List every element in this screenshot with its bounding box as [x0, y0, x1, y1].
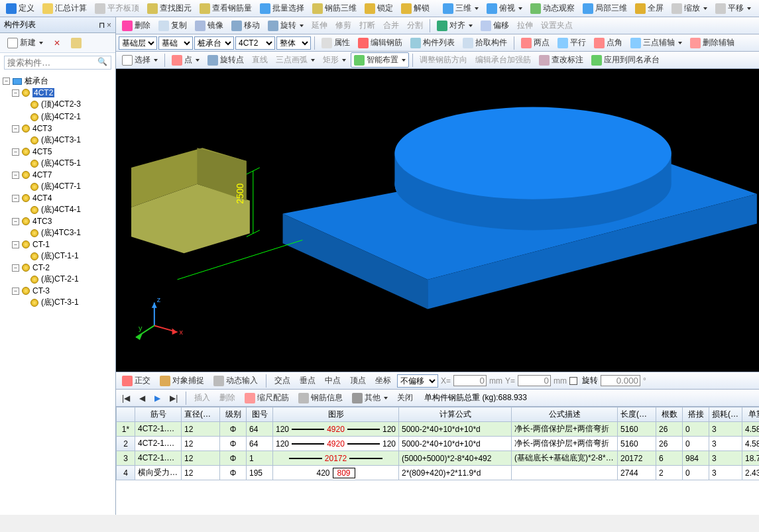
new-member-button[interactable]: 新建 — [4, 35, 46, 50]
column-header[interactable]: 搭接 — [683, 407, 709, 422]
nav-next-icon[interactable]: ▶ — [151, 392, 164, 405]
rect-tool[interactable]: 矩形 — [320, 52, 349, 68]
rot-pt-tool[interactable]: 旋转点 — [204, 52, 247, 68]
column-header[interactable]: 根数 — [656, 407, 683, 422]
tree-label[interactable]: CT-2 — [32, 263, 50, 272]
sumcalc-button[interactable]: 汇总计算 — [39, 1, 90, 16]
del-aux-button[interactable]: 删除辅轴 — [687, 35, 738, 50]
copy-button[interactable]: 复制 — [155, 18, 190, 33]
tree-label[interactable]: 4CT3 — [32, 124, 52, 133]
attr-button[interactable]: 属性 — [318, 35, 353, 50]
column-header[interactable]: 级别 — [220, 407, 247, 422]
batch-sel-button[interactable]: 批量选择 — [257, 1, 308, 16]
mirror-button[interactable]: 镜像 — [192, 18, 227, 33]
tree-label[interactable]: (底)4CT3-1 — [41, 134, 81, 146]
pan-button[interactable]: 平移 — [712, 1, 754, 16]
close-grid-button[interactable]: 关闭 — [394, 390, 416, 405]
apex-snap[interactable]: 顶点 — [347, 373, 369, 388]
column-header[interactable]: 直径(mm) — [182, 407, 220, 422]
3d-view-button[interactable]: 三维 — [439, 1, 482, 16]
arc3-tool[interactable]: 三点画弧 — [272, 52, 318, 68]
close-panel-button[interactable]: × — [107, 21, 111, 30]
column-header[interactable] — [117, 407, 135, 422]
expand-icon[interactable]: − — [12, 264, 19, 272]
point-tool[interactable]: 点 — [168, 52, 203, 68]
ortho-toggle[interactable]: 正交 — [119, 373, 154, 388]
tree-item[interactable]: −4TC3 — [1, 216, 114, 227]
table-row[interactable]: 24CT2-1.纵向底筋.112Φ6412049201205000-2*40+1… — [117, 437, 760, 451]
fullscreen-button[interactable]: 全屏 — [632, 1, 667, 16]
tree-item[interactable]: −4CT2 — [1, 87, 114, 98]
align-top-button[interactable]: 平齐板顶 — [91, 1, 143, 16]
tree-item[interactable]: (底)4CT4-1 — [1, 203, 114, 216]
tree-item[interactable]: (底)4TC3-1 — [1, 227, 114, 239]
break-button[interactable]: 打断 — [356, 18, 379, 33]
trim-button[interactable]: 修剪 — [332, 18, 355, 33]
offset-button[interactable]: 偏移 — [477, 18, 512, 33]
nav-prev-icon[interactable]: ◀ — [136, 392, 148, 405]
expand-icon[interactable]: − — [12, 241, 19, 248]
tree-label[interactable]: (底)CT-3-1 — [41, 297, 79, 308]
tree-root[interactable]: 桩承台 — [25, 76, 48, 87]
pick-member-button[interactable]: 拾取构件 — [459, 35, 510, 50]
edit-note-button[interactable]: 查改标注 — [536, 52, 587, 68]
table-row[interactable]: 34CT2-1.侧面受力筋.112Φ120172(5000+5000)*2-8*… — [117, 451, 760, 466]
table-row[interactable]: 4横向受力筋.112Φ1954208092*(809+420)+2*11.9*d… — [117, 466, 760, 480]
apply-same-button[interactable]: 应用到同名承台 — [588, 52, 663, 68]
y-input[interactable] — [518, 375, 551, 386]
tree-item[interactable]: (底)4CT7-1 — [1, 180, 114, 193]
align-button[interactable]: 对齐 — [434, 18, 476, 33]
screen-button[interactable]: 屏幕 — [756, 1, 759, 16]
category-select[interactable]: 基础 — [158, 36, 193, 50]
column-header[interactable]: 图形 — [273, 407, 399, 422]
expand-icon[interactable]: − — [3, 78, 10, 85]
parallel-button[interactable]: 平行 — [554, 35, 589, 50]
tree-item[interactable]: (底)CT-1-1 — [1, 250, 114, 262]
tree-label[interactable]: (底)4CT5-1 — [41, 158, 81, 169]
member-select[interactable]: 4CT2 — [235, 36, 275, 50]
pt-angle-button[interactable]: 点角 — [591, 35, 626, 50]
copy-member-icon[interactable] — [68, 36, 85, 50]
unlock-button[interactable]: 解锁 — [398, 1, 433, 16]
tree-label[interactable]: (顶)4CT2-3 — [41, 99, 81, 110]
tree-label[interactable]: 4CT2 — [32, 88, 54, 97]
expand-icon[interactable]: − — [12, 195, 19, 202]
stretch-button[interactable]: 拉伸 — [514, 18, 536, 33]
expand-icon[interactable]: − — [12, 125, 19, 133]
rotate-button[interactable]: 旋转 — [264, 18, 307, 33]
intersect-snap[interactable]: 交点 — [271, 373, 294, 388]
delete-button[interactable]: 删除 — [119, 18, 154, 33]
tree-item[interactable]: −CT-1 — [1, 239, 114, 250]
tree-item[interactable]: (底)CT-2-1 — [1, 273, 114, 286]
layer-select[interactable]: 基础层 — [119, 36, 157, 50]
search-icon[interactable]: 🔍 — [97, 57, 107, 66]
zoom-button[interactable]: 缩放 — [668, 1, 711, 16]
tree-item[interactable]: −CT-3 — [1, 286, 114, 296]
3d-viewport[interactable]: 2500 z x y — [116, 69, 759, 372]
tree-item[interactable]: (顶)4CT2-3 — [1, 98, 114, 111]
smart-tool[interactable]: 智能布置 — [351, 52, 409, 68]
merge-button[interactable]: 合并 — [380, 18, 402, 33]
delete-member-icon[interactable]: ✕ — [50, 36, 64, 50]
view-rebar-button[interactable]: 查看钢筋量 — [196, 1, 255, 16]
tree-label[interactable]: (底)4TC3-1 — [41, 227, 81, 239]
expand-icon[interactable]: − — [12, 218, 19, 225]
rebar-table[interactable]: 筋号直径(mm)级别图号图形计算公式公式描述长度(mm)根数搭接损耗(%)单重 … — [116, 406, 759, 515]
local3d-button[interactable]: 局部三维 — [579, 1, 630, 16]
coord-snap[interactable]: 坐标 — [372, 373, 394, 388]
insert-row-button[interactable]: 插入 — [191, 390, 213, 405]
nav-first-icon[interactable]: |◀ — [119, 392, 133, 405]
tree-item[interactable]: (底)4CT2-1 — [1, 111, 114, 123]
delete-row-button[interactable]: 删除 — [216, 390, 239, 405]
column-header[interactable]: 图号 — [247, 407, 273, 422]
expand-icon[interactable]: − — [12, 89, 19, 97]
column-header[interactable]: 损耗(%) — [709, 407, 742, 422]
tree-item[interactable]: −4CT7 — [1, 170, 114, 180]
tree-item[interactable]: −4CT5 — [1, 146, 114, 157]
edit-rebar-button[interactable]: 编辑钢筋 — [355, 35, 406, 50]
mid-snap[interactable]: 中点 — [321, 373, 344, 388]
scope-select[interactable]: 整体 — [276, 36, 311, 50]
column-header[interactable]: 单重 — [742, 407, 760, 422]
tree-item[interactable]: −4CT3 — [1, 123, 114, 134]
tree-label[interactable]: 4CT5 — [32, 147, 52, 156]
